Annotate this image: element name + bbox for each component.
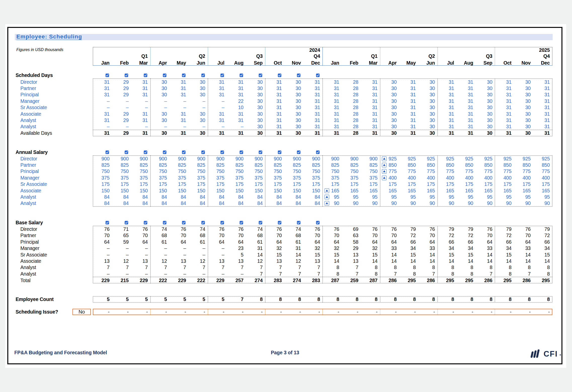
svg-text:CFI: CFI: [544, 350, 558, 358]
